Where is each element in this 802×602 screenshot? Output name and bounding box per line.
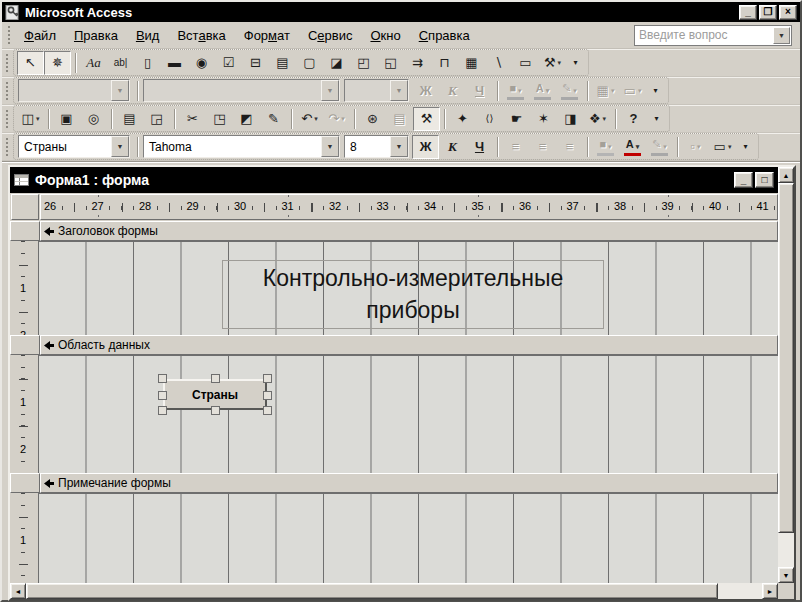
vertical-ruler-header[interactable]: 12 <box>10 241 38 335</box>
form-footer-section-bar[interactable]: Примечание формы <box>10 473 778 493</box>
vertical-scroll-track[interactable] <box>778 533 794 567</box>
image-tool[interactable]: ◪ ▾ <box>323 51 350 75</box>
menu-help[interactable]: Справка <box>410 24 479 47</box>
unbound-object-frame-tool[interactable]: ◰ ▾ <box>350 51 377 75</box>
cut-button[interactable]: ✂ ▾ <box>179 107 206 131</box>
print-preview-button[interactable]: ◲ ▾ <box>143 107 170 131</box>
underline-button[interactable]: Ч ▾ <box>466 79 493 103</box>
control-wizards-tool[interactable]: ✵ ▾ <box>44 51 71 75</box>
border-width-button[interactable]: ▫ ▾ <box>682 135 709 159</box>
option-button-tool[interactable]: ◉ ▾ <box>188 51 215 75</box>
italic-button[interactable]: К ▾ <box>439 135 466 159</box>
scroll-down-button[interactable]: ▼ <box>778 567 794 583</box>
app-icon[interactable] <box>5 5 21 20</box>
build-button[interactable]: ✶ ▾ <box>530 107 557 131</box>
paste-button[interactable]: ◩ ▾ <box>233 107 260 131</box>
horizontal-scroll-track[interactable] <box>718 583 762 599</box>
database-window-button[interactable]: ◨ ▾ <box>557 107 584 131</box>
combo-box-tool[interactable]: ⊟ ▾ <box>242 51 269 75</box>
section-selector[interactable] <box>10 335 40 355</box>
font-color-button[interactable]: А ▾ <box>529 79 556 103</box>
bold-button[interactable]: Ж ▾ <box>412 79 439 103</box>
line-color-button[interactable]: ✎ ▾ <box>556 79 583 103</box>
selection-handle[interactable] <box>263 391 272 400</box>
question-dropdown-icon[interactable]: ▼ <box>773 27 790 44</box>
selection-handle[interactable] <box>158 391 167 400</box>
view-button[interactable]: ◫ ▾ <box>17 107 44 131</box>
toolbar-grip[interactable] <box>5 109 9 129</box>
checkbox-tool[interactable]: ☑ ▾ <box>215 51 242 75</box>
form-header-section-bar[interactable]: Заголовок формы <box>10 221 778 241</box>
form-header-grid[interactable]: Контрольно-измерительные приборы <box>38 241 778 335</box>
undo-button[interactable]: ↶ ▾ <box>296 107 323 131</box>
list-box-tool[interactable]: ▤ ▾ <box>269 51 296 75</box>
bound-object-frame-tool[interactable]: ◱ ▾ <box>377 51 404 75</box>
form-maximize-button[interactable]: □ <box>755 172 774 188</box>
select-tool[interactable]: ↖ ▾ <box>17 51 44 75</box>
scroll-left-button[interactable]: ◄ <box>10 583 26 599</box>
page-break-tool[interactable]: ⇉ ▾ <box>404 51 431 75</box>
italic-button[interactable]: К ▾ <box>439 79 466 103</box>
toolbar-grip[interactable] <box>7 25 11 45</box>
selection-handle[interactable] <box>263 374 272 383</box>
section-selector[interactable] <box>10 221 40 241</box>
code-button[interactable]: ⟨⟩ ▾ <box>476 107 503 131</box>
redo-button[interactable]: ↷ ▾ <box>323 107 350 131</box>
more-controls-tool[interactable]: ⚒ ▾ <box>539 51 566 75</box>
field-list-button[interactable]: ▤ ▾ <box>386 107 413 131</box>
detail-section-bar[interactable]: Область данных <box>10 335 778 355</box>
menu-file[interactable]: Файл <box>15 24 65 47</box>
gridlines-button[interactable]: ▦ ▾ <box>592 79 619 103</box>
underline-button[interactable]: Ч ▾ <box>466 135 493 159</box>
combo-dropdown-icon[interactable]: ▼ <box>321 136 339 157</box>
form-icon[interactable] <box>14 174 29 186</box>
selection-handle[interactable] <box>158 374 167 383</box>
vertical-scroll-thumb[interactable] <box>778 183 794 533</box>
save-button[interactable]: ▣ ▾ <box>53 107 80 131</box>
line-style-button[interactable]: ▭ ▾ <box>619 79 646 103</box>
font-color-button[interactable]: А ▾ <box>619 135 646 159</box>
ruler-corner[interactable] <box>11 194 39 220</box>
menu-tools[interactable]: Сервис <box>299 24 362 47</box>
toolbar-options[interactable]: ▾ ▾ <box>647 107 666 131</box>
fill-color-button[interactable]: ■ ▾ <box>592 135 619 159</box>
menu-view[interactable]: Вид <box>127 24 169 47</box>
menu-format[interactable]: Формат <box>235 24 299 47</box>
toolbar-options[interactable]: ▾ ▾ <box>646 79 665 103</box>
font-combo[interactable]: Tahoma ▼ <box>143 135 340 158</box>
command-button-tool[interactable]: ▢ ▾ <box>296 51 323 75</box>
combo-dropdown-icon[interactable]: ▼ <box>390 80 408 101</box>
toolbar-grip[interactable] <box>5 137 9 157</box>
align-left-button[interactable]: ≡ ▾ <box>502 135 529 159</box>
combo-dropdown-icon[interactable]: ▼ <box>111 136 129 157</box>
special-effect-button[interactable]: ▭ ▾ <box>709 135 736 159</box>
horizontal-ruler[interactable]: 26272829303132333435363738394041 <box>40 194 778 220</box>
autoformat-button[interactable]: ✦ ▾ <box>449 107 476 131</box>
section-selector[interactable] <box>10 473 40 493</box>
help-button[interactable]: ? ▾ <box>620 107 647 131</box>
combo-dropdown-icon[interactable]: ▼ <box>321 80 339 101</box>
label-tool[interactable]: Aa ▾ <box>80 51 107 75</box>
detail-grid[interactable]: Страны <box>38 355 778 473</box>
line-color-button[interactable]: ✎ ▾ <box>646 135 673 159</box>
subform-tool[interactable]: ▦ ▾ <box>458 51 485 75</box>
tab-control-tool[interactable]: ⊓ ▾ <box>431 51 458 75</box>
close-button[interactable]: × <box>779 5 797 20</box>
menu-window[interactable]: Окно <box>361 24 409 47</box>
selection-handle[interactable] <box>158 406 167 415</box>
selection-handle[interactable] <box>263 406 272 415</box>
form-minimize-button[interactable]: _ <box>734 172 753 188</box>
form-footer-grid[interactable] <box>38 493 778 583</box>
file-search-button[interactable]: ◎ ▾ <box>80 107 107 131</box>
copy-button[interactable]: ◳ ▾ <box>206 107 233 131</box>
textbox-tool[interactable]: ab| ▾ <box>107 51 134 75</box>
format-painter-button[interactable]: ✎ ▾ <box>260 107 287 131</box>
line-tool[interactable]: ∖ ▾ <box>485 51 512 75</box>
option-group-tool[interactable]: ▯ ▾ <box>134 51 161 75</box>
selection-handle[interactable] <box>211 406 220 415</box>
horizontal-scroll-thumb[interactable] <box>26 583 718 599</box>
menu-insert[interactable]: Вставка <box>168 24 234 47</box>
insert-hyperlink-button[interactable]: ⊛ ▾ <box>359 107 386 131</box>
scroll-up-button[interactable]: ▲ <box>778 167 794 183</box>
question-input[interactable]: Введите вопрос ▼ <box>634 25 792 46</box>
